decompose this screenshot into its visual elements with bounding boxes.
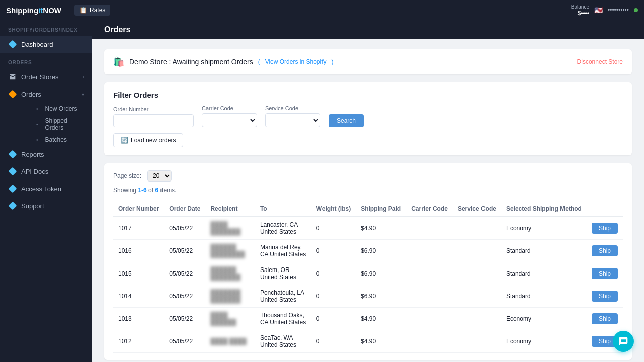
cell-recipient: ████ ███████ bbox=[205, 217, 255, 240]
cell-shipping-method: Economy bbox=[501, 308, 587, 330]
view-in-shopify-link[interactable]: View Orders in Shopify bbox=[265, 58, 327, 65]
cell-weight: 0 bbox=[311, 330, 356, 353]
sidebar-item-new-orders[interactable]: New Orders bbox=[18, 103, 92, 115]
sidebar-item-order-stores[interactable]: Order Stores › bbox=[0, 68, 92, 85]
sidebar-item-batches[interactable]: Batches bbox=[18, 134, 92, 146]
cell-shipping-method: Economy bbox=[501, 330, 587, 353]
cell-recipient: ████ ██████ bbox=[205, 308, 255, 330]
nav-right: Balance $•••• 🇺🇸 •••••••••• bbox=[571, 4, 638, 17]
orders-chevron-icon: ▾ bbox=[82, 92, 84, 97]
cell-recipient: ██████ ████████ bbox=[205, 240, 255, 262]
refresh-icon: 🔄 bbox=[121, 137, 128, 144]
cell-recipient: ████ ████ bbox=[205, 330, 255, 353]
chat-bubble-button[interactable] bbox=[613, 331, 634, 352]
sidebar-item-access-token[interactable]: Access Token bbox=[0, 180, 92, 197]
disconnect-store-button[interactable]: Disconnect Store bbox=[577, 58, 623, 65]
sidebar-item-reports[interactable]: Reports bbox=[0, 146, 92, 163]
order-number-input[interactable] bbox=[113, 114, 194, 127]
page-title: Orders bbox=[104, 25, 130, 34]
balance-value: $•••• bbox=[578, 10, 589, 17]
order-number-field: Order Number bbox=[113, 106, 194, 127]
cell-action: Ship bbox=[587, 217, 623, 240]
cell-shipping-paid: $4.90 bbox=[356, 330, 406, 353]
sidebar-item-support[interactable]: Support bbox=[0, 197, 92, 214]
showing-text: Showing 1-6 of 6 items. bbox=[113, 187, 623, 194]
pagination-row: Page size: 20 bbox=[113, 170, 623, 182]
table-row: 1014 05/05/22 ███████ ███████ Ponchatoul… bbox=[113, 285, 623, 308]
page-size-label: Page size: bbox=[113, 172, 141, 179]
sidebar-label-access-token: Access Token bbox=[21, 185, 61, 193]
col-to: To bbox=[255, 201, 311, 217]
showing-total: 6 bbox=[155, 187, 158, 194]
filter-title: Filter Orders bbox=[113, 90, 623, 99]
sidebar-label-reports: Reports bbox=[21, 151, 44, 158]
ship-button[interactable]: Ship bbox=[592, 245, 618, 256]
table-row: 1015 05/05/22 ██████ ███████ Salem, OR U… bbox=[113, 262, 623, 285]
sidebar-item-api-docs[interactable]: API Docs bbox=[0, 163, 92, 180]
service-code-select[interactable] bbox=[265, 113, 320, 127]
sidebar-label-orders: Orders bbox=[21, 90, 41, 98]
search-button[interactable]: Search bbox=[329, 114, 364, 127]
reports-icon bbox=[8, 150, 17, 159]
service-code-label: Service Code bbox=[265, 105, 320, 111]
carrier-code-select[interactable] bbox=[202, 113, 257, 127]
orders-table-body: 1017 05/05/22 ████ ███████ Lancaster, CA… bbox=[113, 217, 623, 353]
store-banner: 🛍️ Demo Store : Awaiting shipment Orders… bbox=[104, 49, 632, 74]
cell-shipping-method: Standard bbox=[501, 240, 587, 262]
cell-service-code bbox=[453, 217, 501, 240]
sidebar-item-dashboard[interactable]: Dashboard bbox=[0, 36, 92, 53]
sidebar-label-new-orders: New Orders bbox=[45, 105, 77, 112]
col-action bbox=[587, 201, 623, 217]
page-size-select[interactable]: 20 bbox=[147, 170, 172, 182]
sidebar-label-support: Support bbox=[21, 202, 44, 210]
cell-shipping-paid: $6.90 bbox=[356, 285, 406, 308]
table-row: 1012 05/05/22 ████ ████ SeaTac, WA Unite… bbox=[113, 330, 623, 353]
cell-shipping-method: Standard bbox=[501, 285, 587, 308]
breadcrumb: SHOPIFY/ORDERS/INDEX bbox=[0, 20, 92, 36]
cell-order-date: 05/05/22 bbox=[164, 330, 205, 353]
cell-weight: 0 bbox=[311, 285, 356, 308]
rates-tab[interactable]: 📋 Rates bbox=[74, 5, 110, 16]
ship-button[interactable]: Ship bbox=[592, 313, 618, 324]
chevron-right-icon: › bbox=[83, 74, 84, 80]
sidebar-label-batches: Batches bbox=[45, 136, 67, 143]
main-content: Orders 🛍️ Demo Store : Awaiting shipment… bbox=[92, 20, 644, 362]
cell-order-number: 1015 bbox=[113, 262, 164, 285]
logo-area: ShippingitNOW 📋 Rates bbox=[6, 5, 110, 16]
store-title: Demo Store : Awaiting shipment Orders bbox=[129, 58, 253, 66]
cell-service-code bbox=[453, 240, 501, 262]
cell-carrier-code bbox=[406, 308, 453, 330]
load-new-orders-button[interactable]: 🔄 Load new orders bbox=[113, 133, 183, 147]
ship-button[interactable]: Ship bbox=[592, 268, 618, 279]
cell-service-code bbox=[453, 262, 501, 285]
rates-icon: 📋 bbox=[79, 7, 87, 14]
balance-box: Balance $•••• bbox=[571, 4, 589, 17]
cell-service-code bbox=[453, 308, 501, 330]
table-row: 1016 05/05/22 ██████ ████████ Marina del… bbox=[113, 240, 623, 262]
cell-service-code bbox=[453, 285, 501, 308]
table-header: Order Number Order Date Recipient To Wei… bbox=[113, 201, 623, 217]
view-orders-link[interactable]: ( bbox=[258, 58, 260, 65]
cell-service-code bbox=[453, 330, 501, 353]
support-icon bbox=[8, 201, 17, 210]
cell-order-date: 05/05/22 bbox=[164, 240, 205, 262]
col-recipient: Recipient bbox=[205, 201, 255, 217]
cell-to: Thousand Oaks, CA United States bbox=[255, 308, 311, 330]
cell-action: Ship bbox=[587, 262, 623, 285]
ship-button[interactable]: Ship bbox=[592, 291, 618, 302]
sidebar-item-orders[interactable]: Orders ▾ bbox=[0, 85, 92, 103]
cell-recipient: ███████ ███████ bbox=[205, 285, 255, 308]
sidebar-label-dashboard: Dashboard bbox=[21, 41, 53, 48]
cell-action: Ship bbox=[587, 308, 623, 330]
cell-order-number: 1017 bbox=[113, 217, 164, 240]
col-service-code: Service Code bbox=[453, 201, 501, 217]
cell-shipping-method: Standard bbox=[501, 262, 587, 285]
cell-shipping-paid: $6.90 bbox=[356, 262, 406, 285]
cell-order-number: 1013 bbox=[113, 308, 164, 330]
ship-button[interactable]: Ship bbox=[592, 223, 618, 234]
access-token-icon bbox=[8, 184, 17, 193]
sidebar-item-shipped-orders[interactable]: Shipped Orders bbox=[18, 115, 92, 134]
cell-weight: 0 bbox=[311, 217, 356, 240]
sidebar-label-order-stores: Order Stores bbox=[21, 73, 58, 81]
orders-submenu: New Orders Shipped Orders Batches bbox=[0, 103, 92, 146]
